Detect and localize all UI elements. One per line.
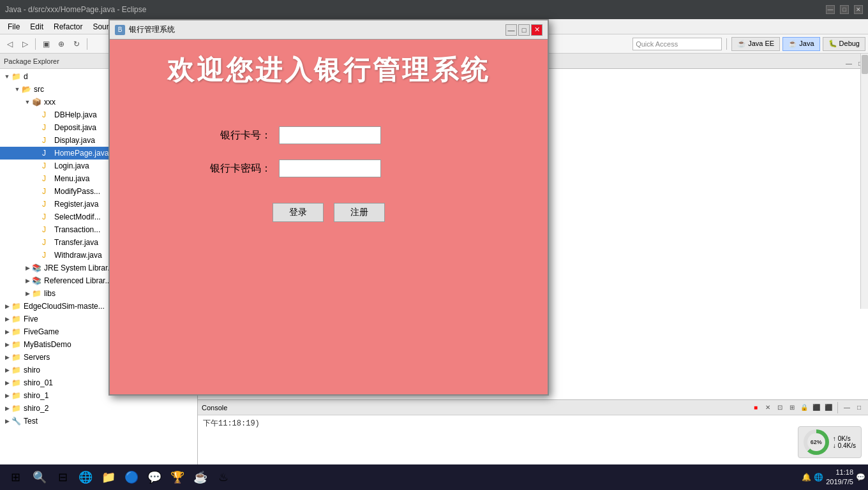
tree-toggle-libs[interactable]: ▶	[23, 290, 32, 297]
tree-label-login: Login.java	[54, 161, 89, 170]
tree-toggle-xxx[interactable]: ▼	[23, 99, 32, 105]
tree-toggle-shiro[interactable]: ▶	[3, 367, 11, 373]
perspective-java-ee[interactable]: ☕ Java EE	[731, 37, 780, 51]
console-btn2[interactable]: ⊞	[787, 403, 797, 413]
network-circle: 62%	[804, 429, 829, 455]
menu-file[interactable]: File	[3, 21, 25, 33]
toolbar-forward[interactable]: ▷	[18, 37, 32, 51]
project-icon-shiro1: 📁	[11, 391, 22, 400]
tree-label-servers: Servers	[24, 353, 50, 362]
java-icon-transfer: J	[42, 238, 52, 247]
menu-edit[interactable]: Edit	[25, 21, 49, 33]
taskbar-java[interactable]: ♨	[212, 466, 235, 489]
tree-toggle-d[interactable]: ▼	[3, 73, 11, 80]
menu-refactor[interactable]: Refactor	[49, 21, 87, 33]
tree-label-shiro1: shiro_1	[24, 391, 49, 400]
tree-toggle-edgecloud[interactable]: ▶	[3, 303, 11, 309]
taskbar-task-view[interactable]: ⊟	[51, 466, 74, 489]
tree-label-register: Register.java	[54, 200, 98, 209]
console-maximize[interactable]: □	[854, 403, 864, 413]
quick-access-box[interactable]: Quick Access	[632, 38, 722, 50]
toolbar-back[interactable]: ◁	[3, 37, 17, 51]
banking-form: 银行卡号： 银行卡密码：	[201, 126, 456, 177]
tree-toggle-src[interactable]: ▼	[13, 86, 22, 93]
tree-toggle-shiro01[interactable]: ▶	[3, 380, 11, 386]
tree-toggle-servers[interactable]: ▶	[3, 354, 11, 360]
card-number-label: 银行卡号：	[201, 129, 271, 142]
quick-access-label: Quick Access	[636, 40, 678, 48]
taskbar-chrome[interactable]: 🔵	[120, 466, 143, 489]
banking-modal-title: 银行管理系统	[129, 24, 504, 35]
tree-label-libs: libs	[44, 289, 56, 298]
console-header: Console ■ ✕ ⊡ ⊞ 🔒 ⬛ ⬛ — □	[198, 400, 868, 415]
tree-label-modifypass: ModifyPass...	[54, 187, 100, 196]
tree-label-reflib: Referenced Librar...	[44, 276, 111, 285]
java-icon-menu: J	[42, 174, 52, 183]
network-speeds: ↑ 0K/s ↓ 0.4K/s	[833, 435, 856, 449]
tree-toggle-shiro1[interactable]: ▶	[3, 392, 11, 399]
register-button[interactable]: 注册	[334, 203, 385, 222]
tree-toggle-jre[interactable]: ▶	[23, 265, 32, 271]
tree-toggle-five[interactable]: ▶	[3, 316, 11, 322]
project-icon-edgecloud: 📁	[11, 302, 22, 311]
close-button[interactable]: ✕	[854, 5, 863, 14]
banking-modal: B 银行管理系统 — □ ✕ 欢迎您进入银行管理系统 银行卡号： 银行卡密码： …	[108, 19, 549, 396]
editor-scrollbar-thumb[interactable]	[862, 69, 868, 74]
taskbar-app1[interactable]: 💬	[143, 466, 166, 489]
reflib-icon: 📚	[32, 276, 42, 285]
project-icon-shiro2: 📁	[11, 404, 22, 413]
banking-modal-titlebar: B 银行管理系统 — □ ✕	[110, 20, 548, 40]
console-scroll-lock[interactable]: 🔒	[799, 403, 809, 413]
tree-toggle-shiro2[interactable]: ▶	[3, 405, 11, 412]
modal-minimize-btn[interactable]: —	[505, 24, 517, 36]
taskbar-explorer[interactable]: 📁	[97, 466, 120, 489]
card-number-row: 银行卡号：	[201, 126, 456, 144]
taskbar-app2[interactable]: 🏆	[166, 466, 189, 489]
tree-toggle-test[interactable]: ▶	[3, 418, 11, 424]
taskbar-action-center[interactable]: 💬	[856, 473, 865, 482]
taskbar-eclipse[interactable]: ☕	[189, 466, 212, 489]
taskbar-network-icon[interactable]: 🌐	[814, 473, 823, 482]
toolbar-btn-2[interactable]: ⊕	[54, 37, 68, 51]
console-controls: ■ ✕ ⊡ ⊞ 🔒 ⬛ ⬛ — □	[751, 402, 864, 413]
modal-maximize-btn[interactable]: □	[518, 24, 530, 36]
tree-toggle-mybatis[interactable]: ▶	[3, 341, 11, 348]
tree-label-edgecloud: EdgeCloudSim-maste...	[24, 302, 105, 311]
console-minimize[interactable]: —	[842, 403, 852, 413]
modal-close-btn[interactable]: ✕	[531, 24, 542, 36]
tree-label-five: Five	[24, 315, 38, 323]
tree-label-jre: JRE System Librar...	[44, 264, 114, 272]
editor-minimize-btn[interactable]: —	[844, 58, 854, 68]
toolbar-btn-1[interactable]: ▣	[39, 37, 53, 51]
tree-label-shiro: shiro	[24, 366, 40, 375]
card-number-input[interactable]	[279, 126, 381, 144]
tree-label-test: Test	[24, 417, 38, 426]
tree-label-src: src	[34, 85, 44, 94]
tree-item-test[interactable]: ▶ 🔧 Test	[0, 415, 197, 427]
start-button[interactable]: ⊞	[3, 464, 28, 490]
network-indicator: 62% ↑ 0K/s ↓ 0.4K/s	[798, 426, 862, 458]
console-btn1[interactable]: ⊡	[775, 403, 785, 413]
taskbar-notification[interactable]: 🔔	[802, 473, 811, 482]
toolbar-btn-3[interactable]: ↻	[70, 37, 84, 51]
taskbar-search[interactable]: 🔍	[28, 466, 51, 489]
login-button[interactable]: 登录	[273, 203, 324, 222]
taskbar-clock: 11:18 2019/7/5	[826, 468, 853, 487]
banking-buttons: 登录 注册	[273, 203, 385, 222]
console-stop-btn[interactable]: ■	[751, 403, 761, 413]
folder-icon-servers: 📁	[11, 353, 22, 362]
tree-toggle-reflib[interactable]: ▶	[23, 278, 32, 284]
editor-scrollbar[interactable]	[860, 69, 868, 309]
taskbar-edge[interactable]: 🌐	[74, 466, 97, 489]
minimize-button[interactable]: —	[826, 5, 835, 14]
libs-folder-icon: 📁	[32, 289, 42, 298]
console-clear-btn[interactable]: ✕	[763, 403, 773, 413]
perspective-debug[interactable]: 🐛 Debug	[823, 37, 865, 51]
card-password-input[interactable]	[279, 160, 381, 177]
tree-toggle-fivegame[interactable]: ▶	[3, 329, 11, 335]
maximize-button[interactable]: □	[840, 5, 849, 14]
perspective-java[interactable]: ☕ Java	[782, 37, 819, 51]
console-btn3[interactable]: ⬛	[811, 403, 821, 413]
tree-item-shiro2[interactable]: ▶ 📁 shiro_2	[0, 402, 197, 415]
console-btn4[interactable]: ⬛	[823, 403, 834, 413]
